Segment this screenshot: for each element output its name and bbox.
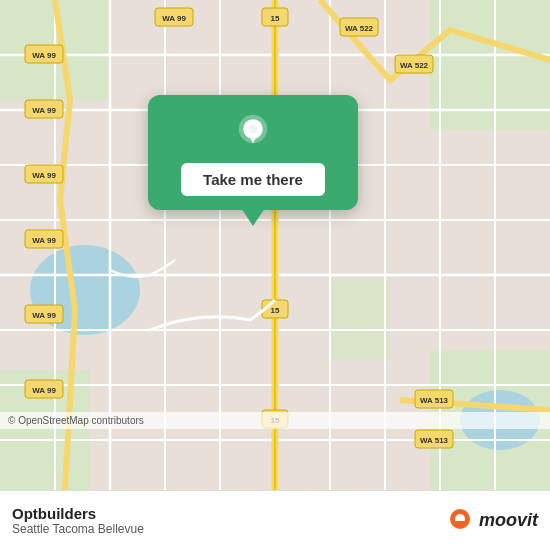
footer-title: Optbuilders [12,505,144,522]
svg-text:WA 99: WA 99 [32,106,56,115]
svg-text:WA 522: WA 522 [345,24,374,33]
popup-card: Take me there [148,95,358,210]
svg-text:15: 15 [271,306,280,315]
svg-text:WA 99: WA 99 [32,51,56,60]
copyright-text: © OpenStreetMap contributors [8,415,144,426]
svg-text:WA 99: WA 99 [32,386,56,395]
svg-text:WA 513: WA 513 [420,396,449,405]
location-pin-icon [233,113,273,153]
moovit-text: moovit [479,510,538,531]
svg-text:WA 522: WA 522 [400,61,429,70]
svg-text:WA 99: WA 99 [162,14,186,23]
svg-text:WA 99: WA 99 [32,311,56,320]
svg-text:15: 15 [271,14,280,23]
take-me-there-button[interactable]: Take me there [181,163,325,196]
moovit-logo: moovit [446,507,538,535]
copyright-bar: © OpenStreetMap contributors [0,412,550,429]
footer-bar: Optbuilders Seattle Tacoma Bellevue moov… [0,490,550,550]
map-container: WA 99 WA 99 WA 99 WA 99 WA 99 WA 99 WA 9… [0,0,550,490]
svg-text:WA 99: WA 99 [32,236,56,245]
svg-rect-5 [330,280,390,360]
svg-text:WA 513: WA 513 [420,436,449,445]
footer-subtitle: Seattle Tacoma Bellevue [12,522,144,536]
moovit-icon [446,507,474,535]
svg-text:WA 99: WA 99 [32,171,56,180]
footer-info: Optbuilders Seattle Tacoma Bellevue [12,505,144,536]
